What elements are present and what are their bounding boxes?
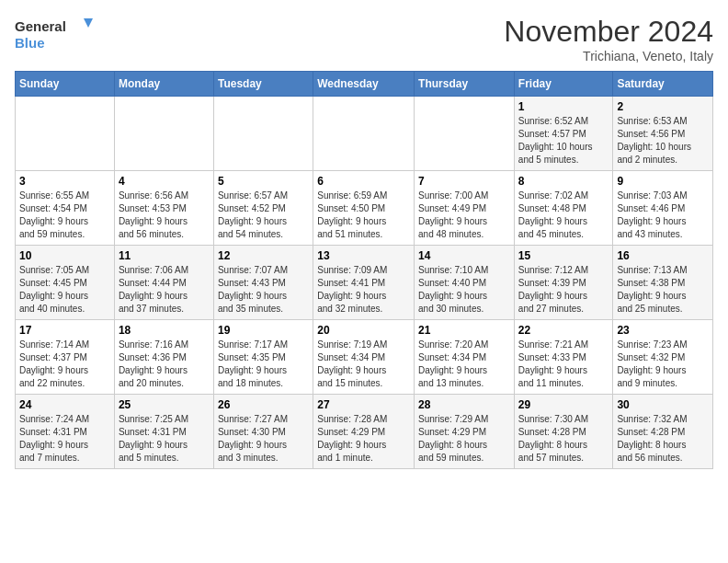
calendar-week-row: 17Sunrise: 7:14 AMSunset: 4:37 PMDayligh… [16, 320, 713, 395]
day-info: Sunrise: 7:28 AMSunset: 4:29 PMDaylight:… [317, 413, 410, 465]
day-number: 21 [418, 324, 510, 337]
day-number: 12 [218, 249, 309, 262]
calendar-header-tuesday: Tuesday [213, 72, 313, 97]
calendar-cell: 9Sunrise: 7:03 AMSunset: 4:46 PMDaylight… [613, 171, 713, 246]
day-info: Sunrise: 6:59 AMSunset: 4:50 PMDaylight:… [317, 190, 410, 241]
day-info: Sunrise: 7:12 AMSunset: 4:39 PMDaylight:… [518, 264, 609, 316]
day-number: 17 [19, 324, 110, 337]
calendar-cell: 28Sunrise: 7:29 AMSunset: 4:29 PMDayligh… [415, 395, 515, 469]
calendar-cell: 30Sunrise: 7:32 AMSunset: 4:28 PMDayligh… [613, 395, 713, 469]
day-info: Sunrise: 7:17 AMSunset: 4:35 PMDaylight:… [218, 339, 309, 390]
calendar-cell: 29Sunrise: 7:30 AMSunset: 4:28 PMDayligh… [514, 395, 613, 469]
day-number: 29 [518, 398, 609, 411]
day-number: 24 [19, 398, 110, 411]
logo-svg: General Blue [15, 15, 97, 55]
page-header: General Blue November 2024 Trichiana, Ve… [15, 15, 713, 63]
logo: General Blue [15, 15, 97, 55]
day-info: Sunrise: 7:29 AMSunset: 4:29 PMDaylight:… [418, 413, 510, 465]
calendar-cell: 21Sunrise: 7:20 AMSunset: 4:34 PMDayligh… [415, 320, 515, 395]
calendar-cell: 20Sunrise: 7:19 AMSunset: 4:34 PMDayligh… [313, 320, 415, 395]
day-info: Sunrise: 7:13 AMSunset: 4:38 PMDaylight:… [617, 264, 709, 316]
month-title: November 2024 [504, 15, 713, 49]
calendar-cell: 22Sunrise: 7:21 AMSunset: 4:33 PMDayligh… [514, 320, 613, 395]
day-number: 20 [317, 324, 410, 337]
calendar-cell: 19Sunrise: 7:17 AMSunset: 4:35 PMDayligh… [213, 320, 313, 395]
calendar-cell: 25Sunrise: 7:25 AMSunset: 4:31 PMDayligh… [114, 395, 213, 469]
calendar-header-row: SundayMondayTuesdayWednesdayThursdayFrid… [16, 72, 713, 97]
day-number: 25 [119, 398, 210, 411]
day-info: Sunrise: 6:55 AMSunset: 4:54 PMDaylight:… [19, 190, 110, 241]
day-number: 23 [617, 324, 709, 337]
calendar-header-saturday: Saturday [613, 72, 713, 97]
calendar-cell: 17Sunrise: 7:14 AMSunset: 4:37 PMDayligh… [16, 320, 115, 395]
day-info: Sunrise: 7:02 AMSunset: 4:48 PMDaylight:… [518, 190, 609, 241]
calendar-header-thursday: Thursday [415, 72, 515, 97]
calendar-table: SundayMondayTuesdayWednesdayThursdayFrid… [15, 71, 713, 469]
calendar-header-sunday: Sunday [16, 72, 115, 97]
day-number: 27 [317, 398, 410, 411]
calendar-cell: 2Sunrise: 6:53 AMSunset: 4:56 PMDaylight… [613, 97, 713, 171]
day-number: 26 [218, 398, 309, 411]
calendar-header-friday: Friday [514, 72, 613, 97]
day-info: Sunrise: 7:05 AMSunset: 4:45 PMDaylight:… [19, 264, 110, 316]
calendar-cell: 18Sunrise: 7:16 AMSunset: 4:36 PMDayligh… [114, 320, 213, 395]
calendar-cell: 24Sunrise: 7:24 AMSunset: 4:31 PMDayligh… [16, 395, 115, 469]
day-number: 22 [518, 324, 609, 337]
day-number: 7 [418, 175, 510, 188]
day-info: Sunrise: 7:32 AMSunset: 4:28 PMDaylight:… [617, 413, 709, 465]
calendar-cell: 7Sunrise: 7:00 AMSunset: 4:49 PMDaylight… [415, 171, 515, 246]
day-info: Sunrise: 7:06 AMSunset: 4:44 PMDaylight:… [119, 264, 210, 316]
calendar-week-row: 10Sunrise: 7:05 AMSunset: 4:45 PMDayligh… [16, 246, 713, 320]
day-info: Sunrise: 7:20 AMSunset: 4:34 PMDaylight:… [418, 339, 510, 390]
calendar-cell: 15Sunrise: 7:12 AMSunset: 4:39 PMDayligh… [514, 246, 613, 320]
day-info: Sunrise: 6:57 AMSunset: 4:52 PMDaylight:… [218, 190, 309, 241]
day-number: 8 [518, 175, 609, 188]
svg-marker-2 [84, 18, 93, 28]
day-info: Sunrise: 7:19 AMSunset: 4:34 PMDaylight:… [317, 339, 410, 390]
calendar-header-monday: Monday [114, 72, 213, 97]
day-number: 28 [418, 398, 510, 411]
calendar-cell [415, 97, 515, 171]
calendar-week-row: 24Sunrise: 7:24 AMSunset: 4:31 PMDayligh… [16, 395, 713, 469]
calendar-week-row: 3Sunrise: 6:55 AMSunset: 4:54 PMDaylight… [16, 171, 713, 246]
day-number: 15 [518, 249, 609, 262]
day-info: Sunrise: 7:09 AMSunset: 4:41 PMDaylight:… [317, 264, 410, 316]
day-info: Sunrise: 7:03 AMSunset: 4:46 PMDaylight:… [617, 190, 709, 241]
day-number: 13 [317, 249, 410, 262]
day-info: Sunrise: 6:53 AMSunset: 4:56 PMDaylight:… [617, 115, 709, 167]
calendar-week-row: 1Sunrise: 6:52 AMSunset: 4:57 PMDaylight… [16, 97, 713, 171]
day-info: Sunrise: 6:56 AMSunset: 4:53 PMDaylight:… [119, 190, 210, 241]
day-info: Sunrise: 7:24 AMSunset: 4:31 PMDaylight:… [19, 413, 110, 465]
day-number: 14 [418, 249, 510, 262]
calendar-cell: 5Sunrise: 6:57 AMSunset: 4:52 PMDaylight… [213, 171, 313, 246]
calendar-cell: 11Sunrise: 7:06 AMSunset: 4:44 PMDayligh… [114, 246, 213, 320]
day-number: 6 [317, 175, 410, 188]
day-number: 5 [218, 175, 309, 188]
day-info: Sunrise: 7:25 AMSunset: 4:31 PMDaylight:… [119, 413, 210, 465]
calendar-cell: 23Sunrise: 7:23 AMSunset: 4:32 PMDayligh… [613, 320, 713, 395]
calendar-cell: 8Sunrise: 7:02 AMSunset: 4:48 PMDaylight… [514, 171, 613, 246]
calendar-cell: 1Sunrise: 6:52 AMSunset: 4:57 PMDaylight… [514, 97, 613, 171]
calendar-cell [213, 97, 313, 171]
day-info: Sunrise: 7:23 AMSunset: 4:32 PMDaylight:… [617, 339, 709, 390]
day-info: Sunrise: 7:07 AMSunset: 4:43 PMDaylight:… [218, 264, 309, 316]
day-info: Sunrise: 6:52 AMSunset: 4:57 PMDaylight:… [518, 115, 609, 167]
day-info: Sunrise: 7:00 AMSunset: 4:49 PMDaylight:… [418, 190, 510, 241]
day-number: 11 [119, 249, 210, 262]
day-number: 2 [617, 100, 709, 113]
day-info: Sunrise: 7:21 AMSunset: 4:33 PMDaylight:… [518, 339, 609, 390]
calendar-cell: 13Sunrise: 7:09 AMSunset: 4:41 PMDayligh… [313, 246, 415, 320]
calendar-cell: 6Sunrise: 6:59 AMSunset: 4:50 PMDaylight… [313, 171, 415, 246]
calendar-cell: 14Sunrise: 7:10 AMSunset: 4:40 PMDayligh… [415, 246, 515, 320]
day-info: Sunrise: 7:16 AMSunset: 4:36 PMDaylight:… [119, 339, 210, 390]
calendar-header-wednesday: Wednesday [313, 72, 415, 97]
day-number: 18 [119, 324, 210, 337]
calendar-cell [114, 97, 213, 171]
calendar-cell: 26Sunrise: 7:27 AMSunset: 4:30 PMDayligh… [213, 395, 313, 469]
location-subtitle: Trichiana, Veneto, Italy [504, 49, 713, 63]
svg-text:Blue: Blue [15, 35, 45, 51]
day-number: 10 [19, 249, 110, 262]
day-number: 16 [617, 249, 709, 262]
calendar-cell: 16Sunrise: 7:13 AMSunset: 4:38 PMDayligh… [613, 246, 713, 320]
day-info: Sunrise: 7:30 AMSunset: 4:28 PMDaylight:… [518, 413, 609, 465]
